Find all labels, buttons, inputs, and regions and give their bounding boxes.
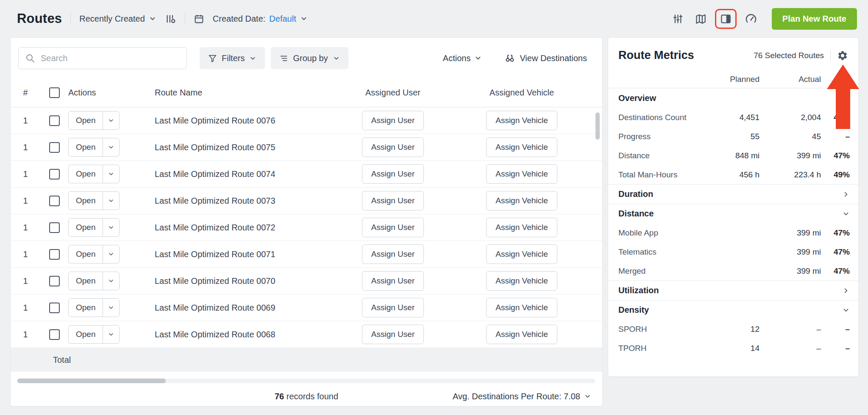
row-checkbox[interactable] [49, 142, 60, 153]
open-route-button[interactable]: Open [68, 165, 120, 183]
assign-vehicle-button[interactable]: Assign Vehicle [486, 325, 557, 344]
horizontal-scrollbar-thumb[interactable] [17, 379, 166, 383]
view-destinations-button[interactable]: View Destinations [505, 53, 587, 63]
metric-row: Destinations Count 4,451 2,004 45% [608, 108, 858, 127]
chevron-down-icon[interactable] [103, 192, 119, 210]
destinations-icon [505, 53, 515, 63]
assign-vehicle-button[interactable]: Assign Vehicle [486, 164, 557, 184]
row-index: 1 [11, 276, 40, 286]
assign-vehicle-button[interactable]: Assign Vehicle [486, 137, 557, 157]
section-density[interactable]: Density [608, 300, 858, 320]
total-row: Total [11, 348, 602, 372]
chevron-down-icon[interactable] [103, 245, 119, 263]
plan-new-route-button[interactable]: Plan New Route [772, 8, 857, 30]
open-label: Open [69, 112, 103, 129]
metric-percent: 49% [821, 170, 850, 179]
metric-row: Mobile App 399 mi 47% [608, 223, 858, 242]
row-checkbox[interactable] [49, 222, 60, 233]
row-checkbox[interactable] [49, 249, 60, 260]
metric-label: Progress [618, 132, 696, 141]
chevron-down-icon[interactable] [103, 165, 119, 183]
metric-label: Merged [618, 266, 696, 276]
assign-user-button[interactable]: Assign User [362, 218, 424, 237]
open-route-button[interactable]: Open [68, 218, 120, 237]
assign-user-button[interactable]: Assign User [362, 271, 424, 291]
select-all-checkbox[interactable] [49, 87, 60, 98]
records-suffix: records found [284, 392, 338, 401]
assign-user-button[interactable]: Assign User [362, 298, 424, 317]
open-route-button[interactable]: Open [68, 245, 120, 264]
created-date-filter[interactable]: Created Date: Default [213, 14, 308, 24]
section-duration[interactable]: Duration [608, 184, 858, 204]
column-header-actions: Actions [68, 88, 143, 98]
group-by-button[interactable]: Group by [271, 47, 348, 69]
assign-user-button[interactable]: Assign User [362, 325, 424, 344]
group-by-label: Group by [293, 53, 328, 63]
row-checkbox[interactable] [49, 276, 60, 286]
section-distance[interactable]: Distance [608, 204, 858, 223]
metric-actual: 223.4 h [760, 170, 821, 179]
sliders-icon[interactable] [672, 13, 684, 25]
assign-vehicle-button[interactable]: Assign Vehicle [486, 244, 557, 264]
assign-vehicle-button[interactable]: Assign Vehicle [486, 271, 557, 291]
records-found: 76 records found [275, 392, 338, 401]
dashboard-icon[interactable] [745, 13, 757, 25]
sort-dropdown-label: Recently Created [79, 14, 145, 24]
gear-icon[interactable] [837, 50, 848, 61]
horizontal-scrollbar [11, 375, 602, 387]
route-name: Last Mile Optimized Route 0070 [143, 276, 329, 286]
assign-vehicle-button[interactable]: Assign Vehicle [486, 111, 557, 130]
chevron-down-icon[interactable] [103, 138, 119, 156]
assign-user-button[interactable]: Assign User [362, 244, 424, 264]
chevron-down-icon [821, 306, 850, 314]
row-checkbox[interactable] [49, 115, 60, 126]
open-route-button[interactable]: Open [68, 191, 120, 210]
metric-row: SPORH 12 – – [608, 320, 858, 339]
actions-dropdown[interactable]: Actions [443, 53, 482, 63]
open-route-button[interactable]: Open [68, 111, 120, 130]
open-route-button[interactable]: Open [68, 138, 120, 157]
chevron-down-icon[interactable] [103, 219, 119, 236]
open-label: Open [69, 219, 103, 236]
avg-destinations-dropdown[interactable]: Avg. Destinations Per Route: 7.08 [453, 392, 591, 401]
assign-user-button[interactable]: Assign User [362, 164, 424, 184]
assign-user-button[interactable]: Assign User [362, 191, 424, 210]
section-label: Overview [618, 93, 850, 103]
search-input[interactable] [18, 47, 187, 69]
route-name: Last Mile Optimized Route 0071 [143, 250, 329, 259]
chevron-down-icon[interactable] [103, 112, 119, 129]
open-label: Open [69, 272, 103, 290]
row-checkbox[interactable] [49, 196, 60, 206]
row-index: 1 [11, 116, 40, 126]
assign-vehicle-button[interactable]: Assign Vehicle [486, 218, 557, 237]
column-settings-icon[interactable] [165, 13, 176, 25]
chevron-down-icon[interactable] [103, 325, 119, 343]
table-row: 1 Open Last Mile Optimized Route 0076 As… [11, 107, 602, 134]
metric-actual: 399 mi [760, 228, 821, 238]
sort-dropdown[interactable]: Recently Created [79, 14, 156, 24]
open-route-button[interactable]: Open [68, 325, 120, 344]
row-checkbox[interactable] [49, 169, 60, 179]
table-row: 1 Open Last Mile Optimized Route 0071 As… [11, 241, 602, 268]
assign-vehicle-button[interactable]: Assign Vehicle [486, 298, 557, 317]
split-view-icon[interactable] [720, 13, 732, 25]
row-checkbox[interactable] [49, 329, 60, 340]
assign-user-button[interactable]: Assign User [362, 137, 424, 157]
open-route-button[interactable]: Open [68, 272, 120, 290]
vertical-scrollbar-thumb[interactable] [595, 112, 600, 140]
row-checkbox[interactable] [49, 303, 60, 313]
map-icon[interactable] [695, 13, 707, 25]
chevron-right-icon [821, 191, 850, 198]
section-utilization[interactable]: Utilization [608, 280, 858, 300]
open-route-button[interactable]: Open [68, 298, 120, 317]
metric-planned: 12 [696, 325, 760, 334]
assign-vehicle-button[interactable]: Assign Vehicle [486, 191, 557, 210]
metric-label: Mobile App [618, 228, 696, 238]
chevron-down-icon [333, 55, 340, 62]
assign-user-button[interactable]: Assign User [362, 111, 424, 130]
chevron-down-icon[interactable] [103, 272, 119, 290]
chevron-down-icon[interactable] [103, 299, 119, 317]
open-label: Open [69, 299, 103, 317]
chevron-down-icon [821, 210, 850, 218]
filters-button[interactable]: Filters [200, 47, 265, 69]
